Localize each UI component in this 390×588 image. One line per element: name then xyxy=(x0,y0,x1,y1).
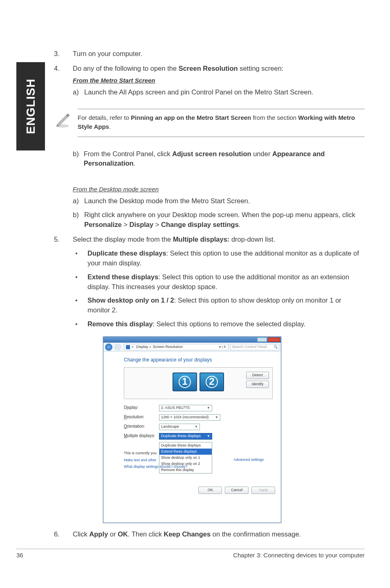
substep-text: Right click anywhere on your Desktop mod… xyxy=(84,210,365,230)
apply-button[interactable]: Apply xyxy=(251,487,275,494)
text: : Select this options to remove the sele… xyxy=(153,320,306,328)
help-link[interactable]: What display settings should I choose? xyxy=(124,465,188,469)
text: from the section xyxy=(251,114,298,121)
bullet-text: Show desktop only on 1 / 2: Select this … xyxy=(87,296,365,315)
bullet-dot: • xyxy=(73,249,87,268)
text: Do any of the following to open the xyxy=(73,65,179,72)
text: Click xyxy=(73,530,89,538)
content: 3. Turn on your computer. 4. Do any of t… xyxy=(54,49,365,539)
bold-text: Pinning an app on the Metro Start Screen xyxy=(131,114,251,121)
substep-label: a) xyxy=(73,196,84,206)
monitor-icon xyxy=(126,345,130,349)
substep-desktop-a: a) Launch the Desktop mode from the Metr… xyxy=(73,196,365,206)
window: ← « Display ▸ Screen Resolution ▾ | ↻ Se… xyxy=(103,337,281,523)
resolution-combo[interactable]: 1280 × 1024 (recommended)▼ xyxy=(159,414,220,421)
display-label: Display: xyxy=(124,405,159,411)
orientation-combo[interactable]: Landscape▼ xyxy=(159,424,200,430)
text: drop-down list. xyxy=(229,236,275,243)
maximize-button[interactable] xyxy=(257,337,267,342)
window-titlebar[interactable] xyxy=(103,337,281,343)
language-tab: ENGLISH xyxy=(16,62,45,150)
step-number: 5. xyxy=(54,235,73,329)
chapter-title: Chapter 3: Connecting devices to your co… xyxy=(233,552,365,559)
breadcrumb[interactable]: « Display ▸ Screen Resolution ▾ | ↻ xyxy=(124,344,229,350)
step-number: 4. xyxy=(54,64,73,97)
monitor-number: 2 xyxy=(206,376,218,388)
page: ENGLISH 3. Turn on your computer. 4. Do … xyxy=(0,0,390,588)
search-placeholder: Search Control Panel xyxy=(232,344,267,350)
subheading-desktop: From the Desktop mode screen xyxy=(73,185,365,194)
dialog-buttons: OK Cancel Apply xyxy=(103,483,281,498)
advanced-settings-link[interactable]: Advanced settings xyxy=(233,457,264,462)
text: > xyxy=(122,221,130,228)
chevron-down-icon: ▼ xyxy=(207,406,210,411)
bold-text: Duplicate these displays xyxy=(87,249,166,257)
combo-value: Duplicate these displays xyxy=(161,433,201,439)
text: . xyxy=(109,123,111,130)
text: . Then click xyxy=(128,530,164,538)
multiple-displays-combo[interactable]: Duplicate these displays▼ xyxy=(159,433,212,440)
detect-button[interactable]: Detect xyxy=(246,372,269,379)
cancel-button[interactable]: Cancel xyxy=(225,487,249,494)
text: Right click anywhere on your Desktop mod… xyxy=(84,211,355,218)
bold-text: Keep Changes xyxy=(164,530,211,538)
text: Select the display mode from the xyxy=(73,236,173,243)
dropdown-option[interactable]: Duplicate these displays xyxy=(159,442,212,449)
chevron-down-icon: ▼ xyxy=(207,434,210,439)
desktop-mode-section: From the Desktop mode screen a) Launch t… xyxy=(73,185,365,230)
identify-button[interactable]: Identify xyxy=(246,381,269,388)
bold-text: Show desktop only on 1 / 2 xyxy=(87,296,174,304)
ok-button[interactable]: OK xyxy=(198,487,222,494)
step-text: Turn on your computer. xyxy=(73,49,365,59)
step-6: 6. Click Apply or OK. Then click Keep Ch… xyxy=(54,530,365,539)
bold-text: Personalize xyxy=(84,221,122,228)
back-button[interactable]: ← xyxy=(105,343,112,351)
main-display-note: This is currently you xyxy=(124,451,273,456)
substep-text: From the Control Panel, click Adjust scr… xyxy=(84,149,365,169)
step-4: 4. Do any of the following to open the S… xyxy=(54,64,365,97)
breadcrumb-item[interactable]: Screen Resolution xyxy=(153,344,183,350)
subheading-metro: From the Metro Start Screen xyxy=(73,76,365,85)
resolution-row: Resolution: 1280 × 1024 (recommended)▼ xyxy=(124,414,273,421)
chevron-down-icon: ▼ xyxy=(215,415,218,420)
window-heading: Change the appearance of your displays xyxy=(124,357,273,364)
text-size-link[interactable]: Make text and other xyxy=(124,458,157,462)
text: For details, refer to xyxy=(78,114,131,121)
monitor-2[interactable]: 2 xyxy=(199,373,224,391)
note-callout: For details, refer to Pinning an app on … xyxy=(54,109,365,137)
step-number: 3. xyxy=(54,49,73,59)
step-number: 6. xyxy=(54,530,73,539)
bold-text: Extend these displays xyxy=(87,273,158,281)
screen-resolution-screenshot: ← « Display ▸ Screen Resolution ▾ | ↻ Se… xyxy=(103,337,365,523)
bold-text: Display xyxy=(130,221,154,228)
substep-desktop-b: b) Right click anywhere on your Desktop … xyxy=(73,210,365,230)
breadcrumb-item[interactable]: Display xyxy=(136,344,148,350)
bold-text: Remove this display xyxy=(87,320,153,328)
resolution-label: Resolution: xyxy=(124,414,159,420)
language-tab-label: ENGLISH xyxy=(24,79,38,134)
text: From the Control Panel, click xyxy=(84,150,172,157)
search-input[interactable]: Search Control Panel 🔍 xyxy=(230,344,279,350)
bullet-dot: • xyxy=(73,296,87,315)
search-icon: 🔍 xyxy=(273,344,278,350)
step-body: Select the display mode from the Multipl… xyxy=(73,235,365,329)
close-button[interactable] xyxy=(268,337,280,342)
bullet-remove: • Remove this display: Select this optio… xyxy=(73,319,365,329)
display-combo[interactable]: 2. ASUS PB17TS▼ xyxy=(159,405,212,411)
substep-4b: b) From the Control Panel, click Adjust … xyxy=(73,149,365,169)
text: under xyxy=(251,150,272,157)
bold-text: Multiple displays: xyxy=(173,236,229,243)
window-body: Change the appearance of your displays 1… xyxy=(103,352,281,483)
forward-button[interactable] xyxy=(114,343,121,351)
display-row: Display: 2. ASUS PB17TS▼ xyxy=(124,405,273,411)
monitor-preview[interactable]: 1 2 Detect Identify xyxy=(124,367,273,399)
chevron-down-icon: ▼ xyxy=(195,424,198,429)
orientation-row: Orientation: Landscape▼ xyxy=(124,424,273,430)
bullet-show-only: • Show desktop only on 1 / 2: Select thi… xyxy=(73,296,365,315)
page-number: 36 xyxy=(16,552,23,559)
text: > xyxy=(153,221,161,228)
monitor-number: 1 xyxy=(179,376,191,388)
multiple-displays-label: Multiple displays: xyxy=(124,433,159,439)
step-3: 3. Turn on your computer. xyxy=(54,49,365,59)
monitor-1[interactable]: 1 xyxy=(173,373,197,391)
